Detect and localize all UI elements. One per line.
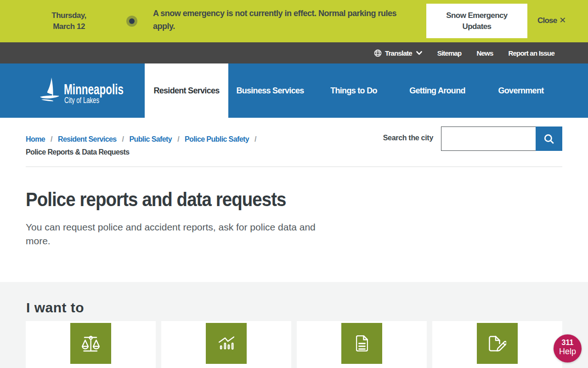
svg-text:City of Lakes: City of Lakes (64, 96, 99, 105)
